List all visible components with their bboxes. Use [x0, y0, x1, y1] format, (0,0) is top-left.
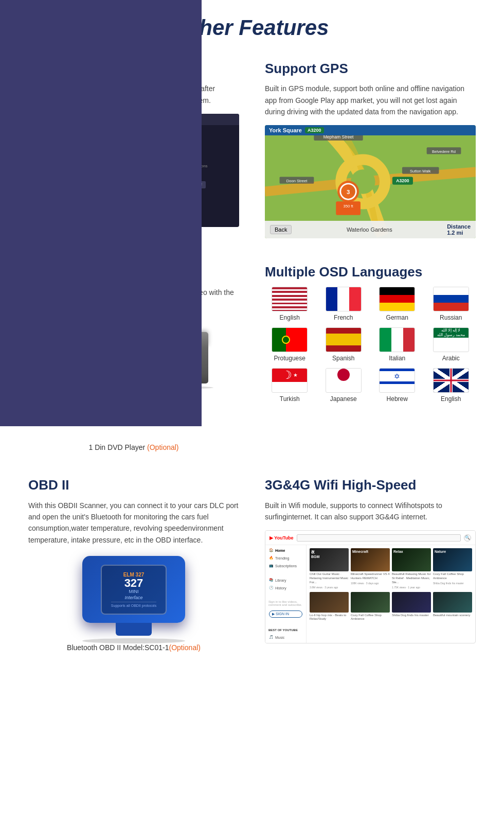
yt-thumb-5	[310, 592, 349, 613]
yt-vid-meta-3: 1.75K views · 1 year ago	[392, 586, 431, 589]
lang-item-english-uk: English	[426, 368, 476, 403]
yt-video-2: Minecraft Minecraft Speedrunner VS 4 Hun…	[351, 548, 390, 588]
languages-section: Multiple OSD Languages English	[252, 254, 489, 467]
yt-vid-desc-2: Minecraft Speedrunner VS 4 Hunters REMAT…	[351, 572, 390, 581]
yt-vid-meta-2: 108K views · 3 days ago	[351, 582, 390, 585]
lang-label-portuguese: Protuguese	[274, 355, 305, 362]
yt-vid-desc-5: Lo-fi hip hop mix - Beats to Relax/Study	[310, 614, 349, 622]
lang-item-arabic: لا إله إلا اللهمحمد رسول الله Arabic	[426, 327, 476, 362]
gb-cross-red-v	[450, 369, 452, 392]
obd-connector	[116, 623, 152, 636]
wifi-section: 3G&4G Wifi High-Speed Built in Wifi modu…	[252, 467, 489, 667]
gps-section: Support GPS Built in GPS module, support…	[252, 50, 489, 254]
flag-sa: لا إله إلا اللهمحمد رسول الله	[433, 327, 469, 352]
yt-vid-desc-6: Cozy Fall Coffee Shop Ambience	[351, 614, 390, 622]
yt-vid-desc-3: Beautifull Relaxing Music for St Relief …	[392, 572, 431, 584]
yt-vid-meta-1: 3.8M views · 3 years ago	[310, 586, 349, 589]
il-flag: ✡	[380, 369, 415, 384]
yt-best-of: BEST OF YOUTUBE	[267, 627, 304, 633]
pt-flag	[272, 328, 307, 352]
yt-vid-desc-7: Shiba Dog finds his master	[392, 614, 431, 618]
yt-sidebar-library: 📚Library	[267, 577, 304, 583]
fr-white	[337, 287, 349, 311]
yt-vid-desc-4: Cozy Fall Coffee Shop Ambience	[433, 572, 472, 581]
obd-title: OBD II	[28, 477, 239, 493]
languages-title: Multiple OSD Languages	[265, 264, 476, 280]
yt-video-8: Beautiful mountain scenery	[433, 592, 472, 622]
lang-item-spanish: Spanish	[319, 327, 369, 362]
es-yellow	[326, 334, 361, 345]
obd-label-text: Bluetooth OBD II Model:SC01-1	[67, 643, 169, 652]
jp-flag	[326, 369, 361, 381]
de-flag	[380, 287, 415, 311]
yt-main-content: 夜BGM Chill Out Guitar Music · Relaxing I…	[307, 545, 475, 643]
ru-white	[434, 287, 469, 295]
lang-label-arabic: Arabic	[442, 355, 460, 362]
de-gold	[380, 303, 415, 310]
flag-jp	[326, 368, 362, 393]
flag-tr: ☽ ★	[272, 368, 308, 393]
lang-item-japanese: Japanese	[319, 368, 369, 403]
tr-star: ★	[293, 372, 298, 378]
yt-vid-desc-8: Beautiful mountain scenery	[433, 614, 472, 618]
it-white	[391, 328, 403, 352]
yt-sidebar-sports: ⚽Sports	[267, 642, 304, 643]
dvd-optional-text: (Optional)	[147, 443, 178, 451]
it-flag	[380, 328, 415, 352]
es-red-bottom	[326, 345, 361, 352]
obd-supports-text: Supports all OBDII protocols	[111, 602, 156, 607]
flag-fr	[326, 287, 362, 311]
yt-search-bar	[297, 534, 461, 542]
obd-shadow	[82, 638, 185, 643]
obd-interface-text: Interface	[111, 595, 156, 600]
languages-row-2: Protuguese Spanish	[265, 327, 476, 362]
languages-row-1: English French	[265, 287, 476, 321]
yt-video-5: Lo-fi hip hop mix - Beats to Relax/Study	[310, 592, 349, 622]
gps-header: York Square A3200	[265, 125, 476, 135]
yt-sidebar-history: 🕐History	[267, 585, 304, 591]
yt-video-7: Shiba Dog finds his master	[392, 592, 431, 622]
svg-text:Doon Street: Doon Street	[286, 179, 308, 183]
es-flag	[326, 328, 361, 352]
obd-device-image: ELM 327 327 MINI Interface Supports all …	[28, 556, 239, 638]
yt-video-grid-2: Lo-fi hip hop mix - Beats to Relax/Study…	[310, 592, 472, 622]
fr-blue	[326, 287, 338, 311]
obd-screen: ELM 327 327 MINI Interface Supports all …	[101, 565, 167, 615]
gps-distance: Distance1.2 mi	[447, 223, 471, 236]
yt-video-6: Cozy Fall Coffee Shop Ambience	[351, 592, 390, 622]
gps-back-button[interactable]: Back	[270, 225, 292, 234]
pt-emblem	[282, 336, 290, 344]
lang-item-hebrew: ✡ Hebrew	[372, 368, 422, 403]
de-red	[380, 295, 415, 303]
yt-vid-desc-1: Chill Out Guitar Music · Relaxing Instru…	[310, 572, 349, 584]
yt-signin-btn[interactable]: ▶ SIGN IN	[269, 610, 302, 618]
gps-location-name: York Square	[269, 127, 302, 133]
yt-header: ▶ YouTube 🔍	[265, 531, 475, 545]
ru-blue	[434, 295, 469, 303]
lang-item-russian: Russian	[426, 287, 476, 321]
jp-circle	[337, 369, 350, 381]
obd-device-wrapper: ELM 327 327 MINI Interface Supports all …	[82, 556, 185, 638]
il-stripe-bottom	[380, 381, 415, 384]
yt-video-3: Relax Beautifull Relaxing Music for St R…	[392, 548, 431, 588]
lang-item-french: French	[319, 287, 369, 321]
svg-text:Sutton Walk: Sutton Walk	[410, 169, 431, 173]
it-green	[380, 328, 391, 352]
main-grid: Steering Wheel Control Your original car…	[0, 50, 504, 667]
flag-il: ✡	[379, 368, 415, 393]
yt-body: 🏠Home 🔥Trending 📺Subscriptions 📚Library …	[265, 545, 475, 643]
gps-road-badge: A3200	[305, 127, 324, 133]
flag-de	[379, 287, 415, 311]
yt-sidebar-home: 🏠Home	[267, 547, 304, 553]
yt-video-grid: 夜BGM Chill Out Guitar Music · Relaxing I…	[310, 548, 472, 588]
yt-video-4: Nature Cozy Fall Coffee Shop Ambience Sh…	[433, 548, 472, 588]
gps-destination: Waterloo Gardens	[347, 226, 392, 233]
lang-item-italian: Italian	[372, 327, 422, 362]
yt-thumb-8	[433, 592, 472, 613]
yt-thumb-7	[392, 592, 431, 613]
flag-us	[272, 287, 308, 311]
gps-description: Built in GPS module, support both online…	[265, 83, 476, 117]
dvd-label-text: 1 Din DVD Player	[88, 443, 145, 451]
lang-label-english: English	[280, 314, 300, 321]
lang-item-english: English	[265, 287, 315, 321]
